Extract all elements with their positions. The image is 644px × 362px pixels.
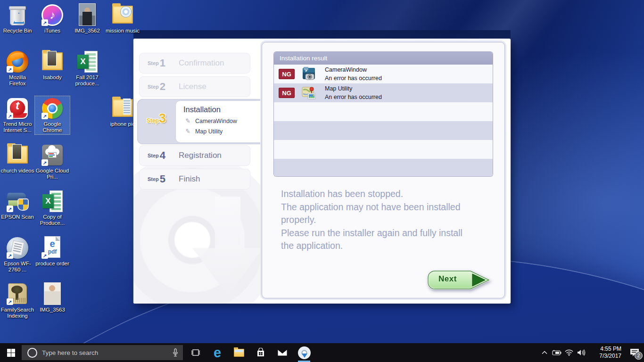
shortcut-arrow-icon: ↗ bbox=[7, 298, 13, 305]
taskbar: Type here to search e bbox=[0, 343, 644, 362]
speaker-icon[interactable] bbox=[575, 343, 587, 362]
shortcut-arrow-icon: ↗ bbox=[41, 19, 48, 26]
step-2-license[interactable]: Step2 License bbox=[139, 76, 250, 97]
desktop-icon-trend-micro[interactable]: t↗ Trend Micro Internet S... bbox=[0, 97, 35, 133]
result-row-map-utility: NG Map Utility An error ha bbox=[274, 83, 493, 102]
system-tray: 4:55 PM 7/3/2017 2 bbox=[538, 343, 644, 362]
step-3-title: Installation bbox=[183, 105, 268, 114]
result-app-message: An error has occurred bbox=[325, 93, 382, 101]
wifi-icon[interactable] bbox=[563, 343, 575, 362]
windows-logo-icon bbox=[7, 349, 15, 357]
photo-thumbnail-icon bbox=[41, 283, 64, 305]
itunes-icon: ♪↗ bbox=[41, 4, 64, 26]
action-center-button[interactable]: 2 bbox=[625, 343, 644, 362]
result-table-header: Installation result bbox=[274, 52, 493, 65]
task-view-button[interactable] bbox=[185, 343, 206, 362]
step-4-registration[interactable]: Step4 Registration bbox=[139, 145, 250, 166]
ng-status-badge: NG bbox=[279, 69, 295, 79]
excel-file-icon: X bbox=[76, 50, 99, 73]
edge-pdf-icon: epdf↗ bbox=[41, 237, 64, 259]
desktop-icon-church-videos[interactable]: church videos bbox=[0, 144, 35, 174]
step-label: Registration bbox=[179, 151, 222, 160]
taskbar-canon-installer[interactable] bbox=[293, 343, 315, 362]
task-view-icon bbox=[191, 349, 200, 356]
step-1-confirmation[interactable]: Step1 Confirmation bbox=[139, 53, 250, 74]
step-label: Confirmation bbox=[179, 58, 224, 68]
next-button[interactable]: Next bbox=[425, 268, 492, 292]
desktop-icon-copy-of-produce[interactable]: X Copy of Produce... bbox=[35, 190, 70, 226]
desktop-icon-firefox[interactable]: ↗ Mozilla Firefox bbox=[0, 50, 35, 87]
result-app-message: An error has occurred bbox=[325, 74, 382, 82]
step-3-installation-active[interactable]: Step3 Installation ✎CameraWindow ✎Map Ut… bbox=[137, 99, 266, 144]
installation-result-panel: Installation result NG CameraWindow bbox=[262, 42, 504, 298]
desktop-icon-familysearch[interactable]: ↗ FamilySearch Indexing bbox=[0, 283, 35, 319]
map-utility-app-icon bbox=[301, 85, 316, 100]
firefox-icon: ↗ bbox=[6, 50, 29, 73]
cortana-icon bbox=[27, 348, 37, 358]
tray-time: 4:55 PM bbox=[590, 346, 621, 353]
camerawindow-app-icon bbox=[301, 66, 316, 82]
photo-folder-icon bbox=[41, 50, 64, 73]
photo-folder-icon bbox=[6, 144, 29, 166]
desktop-icon-produce-order[interactable]: epdf↗ produce order bbox=[35, 237, 70, 267]
installer-disc-icon bbox=[298, 346, 311, 359]
desktop-icon-google-cloud-print[interactable]: ↗ Google Cloud Pri... bbox=[35, 144, 70, 180]
installation-stopped-message: Installation has been stopped. The appli… bbox=[281, 188, 474, 253]
desktop-icon-epson-scan[interactable]: ↗ EPSON Scan bbox=[0, 190, 35, 220]
printer-icon: ↗ bbox=[6, 237, 29, 259]
taskbar-edge[interactable]: e bbox=[206, 343, 228, 362]
step-3-badge: Step3 bbox=[147, 111, 166, 126]
empty-row bbox=[274, 102, 493, 121]
step-5-finish[interactable]: Step5 Finish bbox=[139, 169, 250, 189]
familysearch-tree-icon: ↗ bbox=[6, 283, 29, 305]
desktop-icon-epson-wf2760[interactable]: ↗ Epson WF-2760 ... bbox=[0, 237, 35, 273]
scanner-icon: ↗ bbox=[6, 190, 29, 213]
photo-thumbnail-icon bbox=[76, 4, 99, 26]
shortcut-arrow-icon: ↗ bbox=[7, 113, 13, 119]
tray-chevron-up[interactable] bbox=[538, 343, 551, 362]
result-table: Installation result NG CameraWindow bbox=[274, 52, 493, 176]
step-3-panel: Installation ✎CameraWindow ✎Map Utility bbox=[176, 101, 268, 142]
recycle-bin-icon bbox=[6, 4, 29, 26]
desktop-icon-itunes[interactable]: ♪↗ iTunes bbox=[35, 4, 70, 34]
shortcut-arrow-icon: ↗ bbox=[41, 113, 48, 119]
shortcut-arrow-icon: ↗ bbox=[7, 206, 13, 212]
empty-row bbox=[274, 159, 493, 176]
install-item-map-utility: ✎Map Utility bbox=[183, 128, 268, 135]
taskbar-clock[interactable]: 4:55 PM 7/3/2017 bbox=[590, 346, 621, 360]
store-icon bbox=[256, 348, 265, 357]
desktop-icon-fall-2017-produce[interactable]: X Fall 2017 produce... bbox=[70, 50, 105, 87]
ng-status-badge: NG bbox=[279, 88, 295, 98]
taskbar-store[interactable] bbox=[250, 343, 272, 362]
desktop-icon-recycle-bin[interactable]: Recycle Bin bbox=[0, 4, 35, 34]
tray-date: 7/3/2017 bbox=[590, 353, 621, 360]
start-button[interactable] bbox=[0, 343, 22, 362]
result-row-camerawindow: NG CameraWindow An error has occurred bbox=[274, 65, 493, 83]
folder-icon bbox=[111, 97, 134, 120]
desktop-screen: Recycle Bin ♪↗ iTunes IMG_3562 mission m… bbox=[0, 0, 644, 362]
desktop-icon-lsabody[interactable]: lsabody bbox=[35, 50, 70, 81]
mail-icon bbox=[277, 349, 288, 356]
desktop-icon-mission-music[interactable]: mission music bbox=[105, 4, 140, 34]
chrome-icon: ↗ bbox=[41, 97, 64, 120]
shortcut-arrow-icon: ↗ bbox=[41, 159, 48, 166]
step-label: License bbox=[179, 82, 206, 91]
wallpaper-dark-band bbox=[133, 30, 511, 39]
excel-file-icon: X bbox=[41, 190, 64, 213]
cloud-print-icon: ↗ bbox=[41, 144, 64, 166]
shortcut-arrow-icon: ↗ bbox=[41, 252, 48, 259]
desktop-icon-img-3562[interactable]: IMG_3562 bbox=[70, 4, 105, 34]
taskbar-mail[interactable] bbox=[272, 343, 293, 362]
desktop-icon-img-3563[interactable]: IMG_3563 bbox=[35, 283, 70, 313]
microphone-icon[interactable] bbox=[173, 348, 178, 357]
trend-micro-icon: t↗ bbox=[6, 97, 29, 120]
search-placeholder: Type here to search bbox=[42, 349, 173, 356]
edge-icon: e bbox=[214, 346, 221, 360]
install-item-camerawindow: ✎CameraWindow bbox=[183, 117, 268, 124]
empty-row bbox=[274, 140, 493, 159]
taskbar-search-box[interactable]: Type here to search bbox=[22, 345, 183, 360]
battery-icon[interactable] bbox=[551, 343, 563, 362]
pen-check-icon: ✎ bbox=[185, 127, 191, 135]
taskbar-file-explorer[interactable] bbox=[228, 343, 250, 362]
desktop-icon-google-chrome[interactable]: ↗ Google Chrome bbox=[35, 96, 70, 134]
